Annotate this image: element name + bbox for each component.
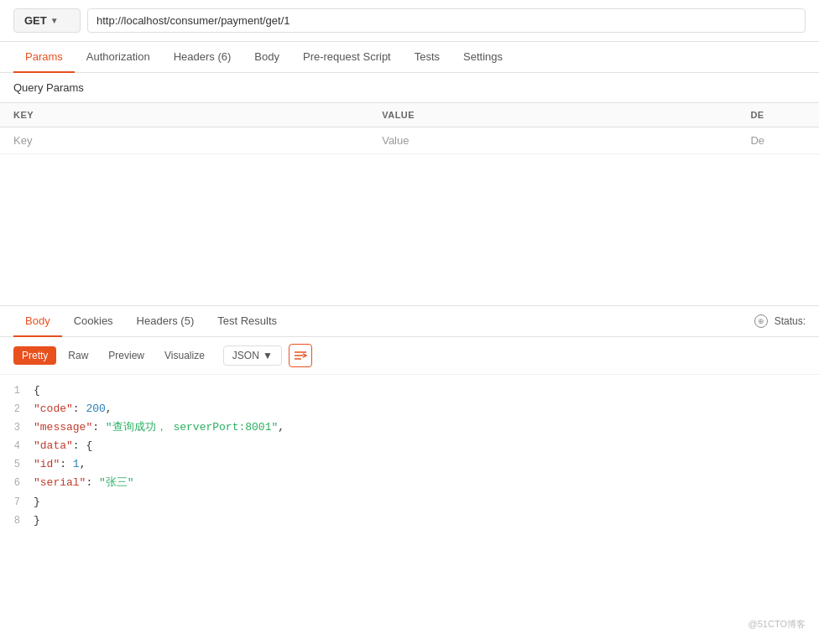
line-content: { [34,382,819,400]
method-chevron: ▼ [50,16,59,25]
code-token: "id" [34,458,60,470]
tab-prerequest[interactable]: Pre-request Script [291,42,403,73]
params-table: KEY VALUE DE Key Value De [0,103,819,154]
resp-tab-testresults[interactable]: Test Results [206,306,289,337]
code-display: 1{2 "code": 200,3 "message": "查询成功， serv… [0,375,819,537]
col-header-value: VALUE [368,103,737,127]
code-line: 1{ [0,382,819,400]
tab-authorization[interactable]: Authorization [75,42,162,73]
method-dropdown[interactable]: GET ▼ [13,8,81,33]
format-select-dropdown[interactable]: JSON ▼ [223,345,282,366]
table-row: Key Value De [0,127,819,154]
line-content: "data": { [34,437,819,455]
request-tabs: Params Authorization Headers (6) Body Pr… [0,42,819,73]
line-content: "code": 200, [34,400,819,418]
line-content: "serial": "张三" [34,474,819,492]
response-tabs: Body Cookies Headers (5) Test Results ⊕ … [0,306,819,337]
code-token: , [106,402,112,415]
line-number: 4 [0,437,34,454]
code-token: : [73,402,86,415]
desc-cell[interactable]: De [737,127,819,154]
fmt-raw[interactable]: Raw [60,346,97,365]
line-content: "id": 1, [34,455,819,474]
value-cell[interactable]: Value [368,127,737,154]
code-token: "code" [34,402,73,415]
fmt-preview[interactable]: Preview [100,346,153,365]
line-number: 7 [0,493,34,511]
tab-params[interactable]: Params [13,42,75,73]
line-number: 3 [0,418,34,436]
code-token: } [34,496,40,508]
code-token: { [86,439,92,452]
method-label: GET [24,14,47,27]
key-cell[interactable]: Key [0,127,368,154]
col-header-key: KEY [0,103,368,127]
fmt-pretty[interactable]: Pretty [13,346,56,365]
line-number: 8 [0,512,34,529]
line-number: 1 [0,382,34,399]
code-token: , [80,458,86,470]
code-line: 8} [0,512,819,530]
code-token: "serial" [34,476,86,489]
response-right: ⊕ Status: [754,314,806,328]
url-input[interactable] [87,8,806,33]
code-token: "data" [34,439,73,452]
code-token: { [34,384,40,397]
resp-tab-cookies[interactable]: Cookies [62,306,125,337]
code-token: } [34,514,40,527]
fmt-visualize[interactable]: Visualize [156,346,213,365]
code-token: : [92,421,106,434]
response-section: Body Cookies Headers (5) Test Results ⊕ … [0,305,819,537]
tab-tests[interactable]: Tests [403,42,451,73]
resp-tab-body[interactable]: Body [13,306,62,337]
resp-tab-headers[interactable]: Headers (5) [125,306,206,337]
code-line: 2 "code": 200, [0,400,819,418]
code-token: : [73,439,86,452]
code-token: : [86,476,99,489]
code-line: 3 "message": "查询成功， serverPort:8001", [0,418,819,437]
globe-icon: ⊕ [754,314,768,328]
code-line: 4 "data": { [0,437,819,455]
code-token: , [278,421,284,434]
line-number: 2 [0,400,34,418]
tab-headers[interactable]: Headers (6) [162,42,243,73]
format-select-label: JSON [232,350,259,361]
code-token: "message" [34,421,92,434]
code-token: 1 [73,458,80,470]
format-bar: Pretty Raw Preview Visualize JSON ▼ [0,337,819,375]
line-content: "message": "查询成功， serverPort:8001", [34,418,819,437]
tab-body[interactable]: Body [243,42,291,73]
code-token: : [60,458,73,470]
code-line: 6 "serial": "张三" [0,474,819,492]
empty-area [0,154,819,305]
format-select-chevron: ▼ [263,350,273,361]
code-line: 7 } [0,493,819,512]
code-token: 200 [86,402,105,415]
line-content: } [34,512,819,530]
code-token: "查询成功， serverPort:8001" [106,421,278,434]
query-params-header: Query Params [0,73,819,103]
url-bar: GET ▼ [0,0,819,42]
line-number: 5 [0,455,34,473]
line-number: 6 [0,474,34,491]
wrap-icon[interactable] [289,344,312,367]
status-label: Status: [775,315,806,327]
code-line: 5 "id": 1, [0,455,819,474]
tab-settings[interactable]: Settings [451,42,514,73]
code-token: "张三" [99,476,134,489]
line-content: } [34,493,819,512]
col-header-desc: DE [737,103,819,127]
